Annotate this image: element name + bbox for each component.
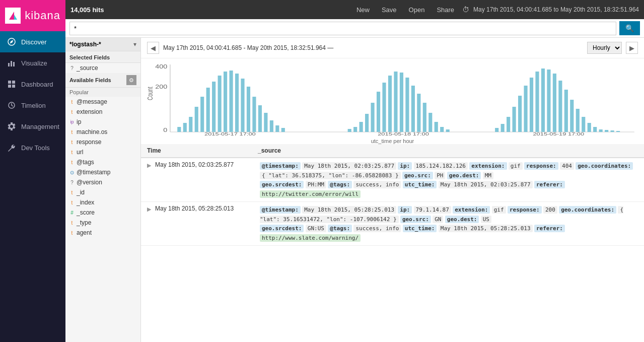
- field-type-hash: #: [69, 210, 75, 216]
- svg-rect-69: [593, 127, 597, 132]
- expand-row-0-button[interactable]: ▶: [147, 161, 151, 169]
- field-item-url[interactable]: t url: [65, 147, 140, 157]
- field-val-geocoord-0: { "lat": 36.518375, "lon": -86.05828083 …: [260, 172, 401, 179]
- sidebar-item-dashboard-label: Dashboard: [21, 81, 53, 88]
- field-val-ip-1: 79.1.14.87: [414, 206, 451, 214]
- time-range-display: May 17th 2015, 04:00:41.685 to May 20th …: [473, 6, 639, 13]
- document-table: Time _source ▶ May 18th 2015, 02:03:25.8…: [141, 144, 644, 342]
- svg-rect-39: [377, 92, 380, 132]
- search-button[interactable]: 🔍: [619, 21, 640, 35]
- field-item-extension[interactable]: t extension: [65, 107, 140, 117]
- svg-rect-19: [200, 97, 204, 132]
- svg-text:400: 400: [155, 64, 167, 70]
- sidebar-item-discover-label: Discover: [21, 38, 47, 46]
- svg-rect-44: [405, 78, 409, 132]
- field-key-geosrcdest-0: geo.srcdest:: [260, 181, 304, 188]
- field-type-t: t: [69, 140, 75, 145]
- share-button[interactable]: Share: [433, 4, 458, 16]
- svg-text:2015-05-19 17:00: 2015-05-19 17:00: [533, 131, 584, 135]
- field-key-utctime-0: utc_time:: [403, 181, 437, 188]
- expand-row-1-button[interactable]: ▶: [147, 205, 151, 213]
- field-item-timestamp[interactable]: ⊙ @timestamp: [65, 167, 140, 177]
- histogram-next-button[interactable]: ▶: [626, 42, 638, 54]
- field-item-id[interactable]: t _id: [65, 187, 140, 197]
- histogram-svg: 400 200 0: [147, 62, 638, 135]
- interval-select[interactable]: Hourly: [587, 42, 622, 54]
- svg-rect-2: [8, 63, 10, 66]
- field-type-ip: ip: [69, 119, 75, 124]
- svg-rect-59: [535, 72, 539, 132]
- field-name-version: @version: [77, 179, 102, 186]
- svg-rect-72: [611, 130, 614, 132]
- field-item-message[interactable]: t @message: [65, 97, 140, 107]
- sidebar-item-timelion[interactable]: Timelion: [0, 95, 65, 116]
- query-input[interactable]: [69, 22, 616, 35]
- field-item-machineos[interactable]: t machine.os: [65, 127, 140, 137]
- svg-text:0: 0: [163, 127, 167, 133]
- doc-row-main-1: ▶ May 18th 2015, 05:28:25.013 @timestamp…: [141, 202, 644, 245]
- field-name-response: response: [77, 139, 101, 146]
- field-key-geosrc-1: geo.src:: [400, 216, 431, 223]
- hits-count: 14,005 hits: [70, 6, 104, 14]
- field-key-utctime-1: utc_time:: [403, 225, 437, 232]
- save-button[interactable]: Save: [378, 4, 401, 16]
- sidebar-item-visualize[interactable]: Visualize: [0, 52, 65, 74]
- svg-rect-32: [275, 125, 279, 132]
- field-type-t: t: [69, 109, 75, 115]
- field-item-version[interactable]: ? @version: [65, 177, 140, 187]
- histogram-chart: 400 200 0: [141, 58, 644, 144]
- field-val-resp-1: 200: [543, 206, 557, 214]
- field-item-agent[interactable]: t agent: [65, 228, 140, 238]
- field-key-ext-0: extension:: [469, 162, 507, 170]
- open-button[interactable]: Open: [405, 4, 429, 16]
- field-val-geosrcdest-0: PH:MM: [306, 181, 326, 188]
- field-item-type[interactable]: t _type: [65, 218, 140, 228]
- histogram-prev-button[interactable]: ◀: [147, 42, 159, 54]
- svg-rect-66: [576, 109, 580, 132]
- field-key-ext-1: extension:: [453, 206, 490, 214]
- sidebar-item-devtools-label: Dev Tools: [21, 144, 50, 152]
- svg-rect-31: [270, 120, 273, 132]
- doc-row-main-0: ▶ May 18th 2015, 02:03:25.877 @timestamp…: [141, 158, 644, 201]
- doc-row-1: ▶ May 18th 2015, 05:28:25.013 @timestamp…: [141, 202, 644, 246]
- bar-chart-icon: [7, 58, 16, 67]
- field-name-agent: agent: [77, 229, 92, 236]
- new-button[interactable]: New: [352, 4, 374, 16]
- timelion-icon: [7, 101, 16, 110]
- field-item-response[interactable]: t response: [65, 137, 140, 147]
- selected-fields-title: Selected Fields: [65, 51, 140, 63]
- field-key-atags-1: @tags:: [328, 225, 352, 232]
- index-pattern-selector[interactable]: *logstash-* ▾: [65, 38, 140, 51]
- sidebar-nav: Discover Visualize: [0, 31, 65, 342]
- fields-gear-button[interactable]: ⚙: [126, 75, 136, 85]
- field-item-tags[interactable]: t @tags: [65, 157, 140, 167]
- field-item-ip[interactable]: ip ip: [65, 117, 140, 127]
- doc-source-1: @timestamp: May 18th 2015, 05:28:25.013 …: [260, 205, 638, 242]
- field-item-score[interactable]: # _score: [65, 208, 140, 218]
- svg-rect-30: [264, 113, 267, 132]
- sidebar: kibana Discover: [0, 0, 65, 342]
- field-val-geosrc-1: GN: [433, 216, 443, 223]
- svg-rect-64: [564, 90, 568, 132]
- sidebar-item-management-label: Management: [21, 123, 59, 130]
- field-item-index[interactable]: t _index: [65, 197, 140, 208]
- logo[interactable]: kibana: [0, 0, 65, 31]
- svg-rect-16: [183, 123, 187, 132]
- sidebar-item-dashboard[interactable]: Dashboard: [0, 74, 65, 95]
- field-val-referer-1: http://www.slate.com/warning/: [260, 234, 361, 242]
- svg-rect-24: [229, 71, 233, 132]
- sidebar-item-management[interactable]: Management: [0, 116, 65, 137]
- svg-text:2015-05-18 17:00: 2015-05-18 17:00: [378, 131, 429, 135]
- sidebar-item-devtools[interactable]: Dev Tools: [0, 137, 65, 158]
- query-bar: 🔍: [65, 19, 644, 38]
- field-type-t: t: [69, 220, 75, 226]
- field-type-t: t: [69, 160, 75, 165]
- field-val-ext-1: gif: [492, 206, 506, 214]
- compass-icon: [7, 37, 16, 46]
- source-field-item[interactable]: ? _source: [65, 63, 140, 73]
- sidebar-item-discover[interactable]: Discover: [0, 31, 65, 52]
- search-icon: 🔍: [625, 24, 634, 32]
- svg-rect-35: [353, 127, 357, 132]
- svg-rect-51: [446, 129, 450, 132]
- field-key-referer-0: referer:: [534, 181, 565, 188]
